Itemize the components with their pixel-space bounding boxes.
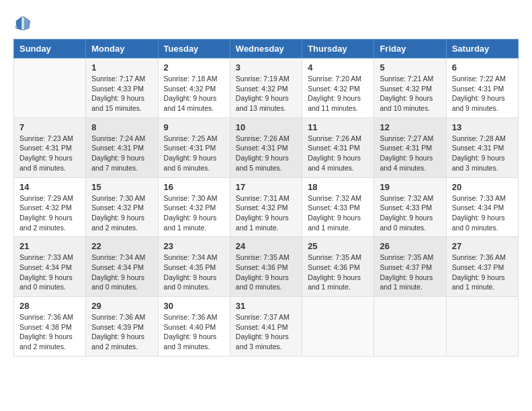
calendar-day-cell: 26Sunrise: 7:35 AM Sunset: 4:37 PM Dayli… — [374, 237, 446, 297]
day-of-week-header: Thursday — [302, 40, 374, 58]
calendar-header-row: SundayMondayTuesdayWednesdayThursdayFrid… — [14, 40, 519, 58]
calendar-day-cell: 6Sunrise: 7:22 AM Sunset: 4:31 PM Daylig… — [446, 58, 518, 118]
day-number: 20 — [452, 182, 513, 192]
day-info: Sunrise: 7:36 AM Sunset: 4:40 PM Dayligh… — [164, 312, 224, 352]
day-info: Sunrise: 7:26 AM Sunset: 4:31 PM Dayligh… — [308, 134, 368, 173]
day-info: Sunrise: 7:17 AM Sunset: 4:33 PM Dayligh… — [91, 74, 152, 113]
calendar-day-cell: 16Sunrise: 7:30 AM Sunset: 4:32 PM Dayli… — [158, 177, 230, 237]
day-info: Sunrise: 7:30 AM Sunset: 4:32 PM Dayligh… — [164, 193, 224, 233]
day-info: Sunrise: 7:35 AM Sunset: 4:37 PM Dayligh… — [380, 253, 440, 292]
calendar-week-row: 1Sunrise: 7:17 AM Sunset: 4:33 PM Daylig… — [14, 58, 519, 118]
day-info: Sunrise: 7:19 AM Sunset: 4:32 PM Dayligh… — [236, 74, 296, 113]
day-number: 9 — [164, 122, 224, 132]
day-info: Sunrise: 7:36 AM Sunset: 4:38 PM Dayligh… — [19, 312, 80, 352]
calendar-week-row: 21Sunrise: 7:33 AM Sunset: 4:34 PM Dayli… — [14, 237, 519, 297]
calendar-day-cell: 30Sunrise: 7:36 AM Sunset: 4:40 PM Dayli… — [158, 297, 230, 357]
day-info: Sunrise: 7:30 AM Sunset: 4:32 PM Dayligh… — [91, 193, 152, 233]
calendar-day-cell: 24Sunrise: 7:35 AM Sunset: 4:36 PM Dayli… — [230, 237, 302, 297]
day-info: Sunrise: 7:28 AM Sunset: 4:31 PM Dayligh… — [452, 134, 513, 173]
day-of-week-header: Wednesday — [230, 40, 302, 58]
day-info: Sunrise: 7:27 AM Sunset: 4:31 PM Dayligh… — [380, 134, 440, 173]
logo — [13, 13, 35, 32]
day-number: 3 — [236, 62, 296, 73]
day-info: Sunrise: 7:23 AM Sunset: 4:31 PM Dayligh… — [19, 134, 80, 173]
calendar-day-cell — [374, 297, 446, 357]
calendar-day-cell: 3Sunrise: 7:19 AM Sunset: 4:32 PM Daylig… — [230, 58, 302, 118]
calendar-day-cell: 12Sunrise: 7:27 AM Sunset: 4:31 PM Dayli… — [374, 118, 446, 177]
calendar-day-cell: 8Sunrise: 7:24 AM Sunset: 4:31 PM Daylig… — [86, 118, 158, 177]
day-number: 25 — [308, 241, 368, 251]
day-info: Sunrise: 7:32 AM Sunset: 4:33 PM Dayligh… — [380, 193, 440, 233]
day-info: Sunrise: 7:26 AM Sunset: 4:31 PM Dayligh… — [236, 134, 296, 173]
calendar-day-cell: 27Sunrise: 7:36 AM Sunset: 4:37 PM Dayli… — [446, 237, 518, 297]
calendar-day-cell: 29Sunrise: 7:36 AM Sunset: 4:39 PM Dayli… — [86, 297, 158, 357]
calendar-day-cell: 18Sunrise: 7:32 AM Sunset: 4:33 PM Dayli… — [302, 177, 374, 237]
day-info: Sunrise: 7:35 AM Sunset: 4:36 PM Dayligh… — [308, 253, 368, 292]
day-info: Sunrise: 7:24 AM Sunset: 4:31 PM Dayligh… — [91, 134, 152, 173]
day-info: Sunrise: 7:34 AM Sunset: 4:34 PM Dayligh… — [91, 253, 152, 292]
day-number: 1 — [91, 62, 152, 73]
day-info: Sunrise: 7:35 AM Sunset: 4:36 PM Dayligh… — [236, 253, 296, 292]
day-number: 22 — [91, 241, 152, 251]
calendar-day-cell: 9Sunrise: 7:25 AM Sunset: 4:31 PM Daylig… — [158, 118, 230, 177]
day-number: 10 — [236, 122, 296, 132]
calendar-day-cell: 20Sunrise: 7:33 AM Sunset: 4:34 PM Dayli… — [446, 177, 518, 237]
day-number: 18 — [308, 182, 368, 192]
day-info: Sunrise: 7:33 AM Sunset: 4:34 PM Dayligh… — [19, 253, 80, 292]
day-number: 29 — [91, 301, 152, 311]
calendar-day-cell: 28Sunrise: 7:36 AM Sunset: 4:38 PM Dayli… — [14, 297, 86, 357]
calendar-day-cell — [14, 58, 86, 118]
day-number: 7 — [19, 122, 80, 132]
calendar-day-cell: 7Sunrise: 7:23 AM Sunset: 4:31 PM Daylig… — [14, 118, 86, 177]
day-number: 21 — [19, 241, 80, 251]
calendar-day-cell: 1Sunrise: 7:17 AM Sunset: 4:33 PM Daylig… — [86, 58, 158, 118]
calendar-day-cell: 13Sunrise: 7:28 AM Sunset: 4:31 PM Dayli… — [446, 118, 518, 177]
day-info: Sunrise: 7:25 AM Sunset: 4:31 PM Dayligh… — [164, 134, 224, 173]
calendar-day-cell: 31Sunrise: 7:37 AM Sunset: 4:41 PM Dayli… — [230, 297, 302, 357]
calendar-week-row: 28Sunrise: 7:36 AM Sunset: 4:38 PM Dayli… — [14, 297, 519, 357]
day-number: 27 — [452, 241, 513, 251]
day-info: Sunrise: 7:36 AM Sunset: 4:37 PM Dayligh… — [452, 253, 513, 292]
calendar-week-row: 14Sunrise: 7:29 AM Sunset: 4:32 PM Dayli… — [14, 177, 519, 237]
day-number: 17 — [236, 182, 296, 192]
calendar-week-row: 7Sunrise: 7:23 AM Sunset: 4:31 PM Daylig… — [14, 118, 519, 177]
day-number: 31 — [236, 301, 296, 311]
day-number: 16 — [164, 182, 224, 192]
calendar-table: SundayMondayTuesdayWednesdayThursdayFrid… — [13, 39, 519, 357]
day-info: Sunrise: 7:29 AM Sunset: 4:32 PM Dayligh… — [19, 193, 80, 233]
calendar-day-cell: 15Sunrise: 7:30 AM Sunset: 4:32 PM Dayli… — [86, 177, 158, 237]
day-info: Sunrise: 7:33 AM Sunset: 4:34 PM Dayligh… — [452, 193, 513, 233]
calendar-day-cell: 11Sunrise: 7:26 AM Sunset: 4:31 PM Dayli… — [302, 118, 374, 177]
day-number: 15 — [91, 182, 152, 192]
day-number: 5 — [380, 62, 440, 73]
day-info: Sunrise: 7:32 AM Sunset: 4:33 PM Dayligh… — [308, 193, 368, 233]
day-number: 2 — [164, 62, 224, 73]
day-number: 14 — [19, 182, 80, 192]
calendar-day-cell: 22Sunrise: 7:34 AM Sunset: 4:34 PM Dayli… — [86, 237, 158, 297]
day-number: 26 — [380, 241, 440, 251]
day-info: Sunrise: 7:21 AM Sunset: 4:32 PM Dayligh… — [380, 74, 440, 113]
calendar-day-cell: 10Sunrise: 7:26 AM Sunset: 4:31 PM Dayli… — [230, 118, 302, 177]
day-of-week-header: Sunday — [14, 40, 86, 58]
day-number: 13 — [452, 122, 513, 132]
day-info: Sunrise: 7:20 AM Sunset: 4:32 PM Dayligh… — [308, 74, 368, 113]
day-info: Sunrise: 7:22 AM Sunset: 4:31 PM Dayligh… — [452, 74, 513, 113]
calendar-day-cell: 25Sunrise: 7:35 AM Sunset: 4:36 PM Dayli… — [302, 237, 374, 297]
day-number: 4 — [308, 62, 368, 73]
day-info: Sunrise: 7:18 AM Sunset: 4:32 PM Dayligh… — [164, 74, 224, 113]
day-number: 11 — [308, 122, 368, 132]
day-number: 19 — [380, 182, 440, 192]
day-number: 12 — [380, 122, 440, 132]
calendar-day-cell: 23Sunrise: 7:34 AM Sunset: 4:35 PM Dayli… — [158, 237, 230, 297]
day-number: 23 — [164, 241, 224, 251]
calendar-day-cell: 4Sunrise: 7:20 AM Sunset: 4:32 PM Daylig… — [302, 58, 374, 118]
day-info: Sunrise: 7:37 AM Sunset: 4:41 PM Dayligh… — [236, 312, 296, 352]
calendar-day-cell: 5Sunrise: 7:21 AM Sunset: 4:32 PM Daylig… — [374, 58, 446, 118]
calendar-day-cell — [446, 297, 518, 357]
day-of-week-header: Saturday — [446, 40, 518, 58]
day-of-week-header: Friday — [374, 40, 446, 58]
day-number: 28 — [19, 301, 80, 311]
calendar-day-cell: 2Sunrise: 7:18 AM Sunset: 4:32 PM Daylig… — [158, 58, 230, 118]
day-number: 8 — [91, 122, 152, 132]
calendar-day-cell — [302, 297, 374, 357]
